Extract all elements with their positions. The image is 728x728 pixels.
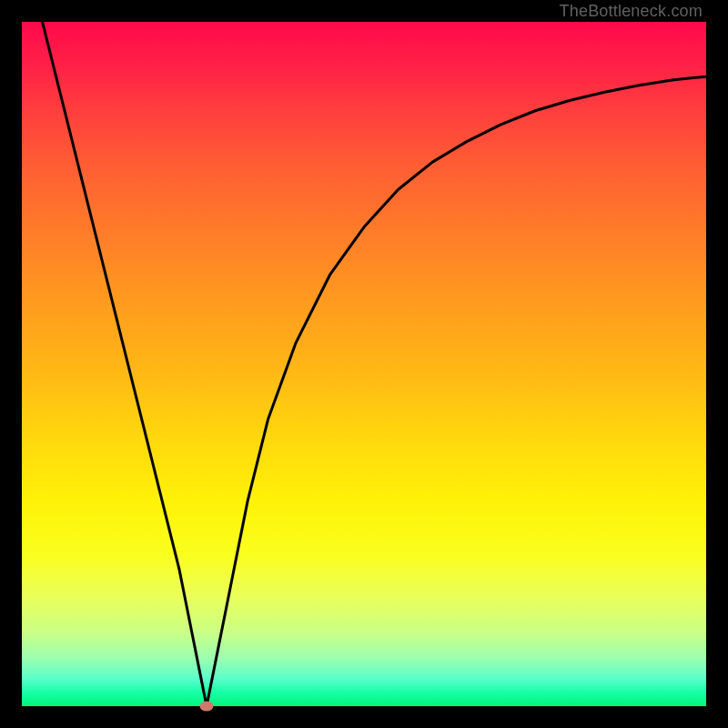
- plot-area: [22, 22, 706, 706]
- minimum-marker: [200, 702, 214, 712]
- attribution-text: TheBottleneck.com: [560, 2, 703, 21]
- bottleneck-curve: [35, 22, 706, 706]
- curve-layer: [22, 22, 706, 706]
- chart-frame: TheBottleneck.com: [0, 0, 728, 728]
